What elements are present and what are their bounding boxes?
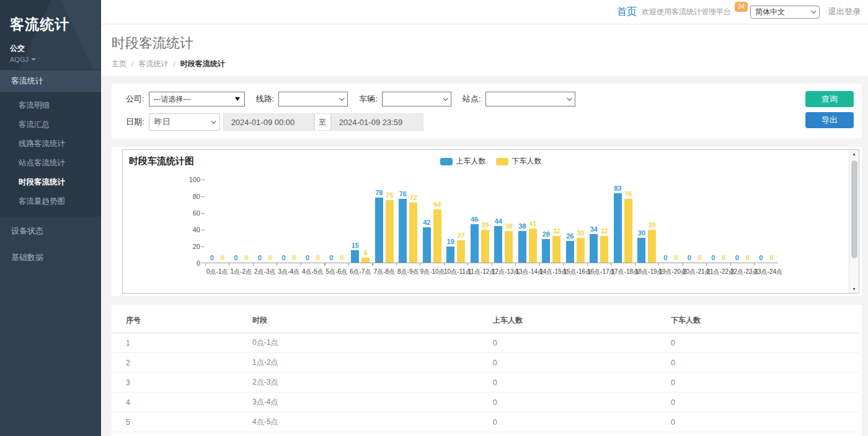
bar-column: 39 (648, 221, 656, 263)
x-axis-category-label: 11点-12点 (468, 268, 492, 276)
bar-value-label: 0 (292, 254, 296, 261)
chart-plot: 0000000000001567875767242641927463944383… (205, 180, 778, 263)
query-button[interactable]: 查询 (805, 91, 854, 107)
chevron-down-icon (31, 58, 36, 61)
data-table: 序号时段上车人数下车人数10点-1点0021点-2点0032点-3点0043点-… (112, 308, 859, 436)
date-to-input[interactable]: 2024-01-09 23:59 (331, 113, 423, 131)
bar (409, 203, 417, 263)
bar-value-label: 0 (329, 254, 333, 261)
sidebar-item[interactable]: 设备状态 (0, 219, 101, 243)
filter-buttons: 查询 导出 (805, 91, 854, 128)
sidebar-menu: 客流统计 客流明细客流汇总线路客流统计站点客流统计时段客流统计客流量趋势图 设备… (0, 69, 101, 270)
vehicle-select[interactable] (382, 92, 451, 107)
bar-value-label: 0 (210, 254, 214, 261)
bar-column: 72 (409, 194, 417, 263)
bar (446, 246, 454, 263)
bar (351, 250, 359, 263)
x-axis-category-label: 8点-9点 (396, 268, 420, 276)
x-axis-category-label: 5点-6点 (325, 268, 349, 276)
logout-link[interactable]: 退出登录 (828, 6, 861, 17)
station-select[interactable] (485, 92, 575, 107)
org-code-dropdown[interactable]: AQGJ (10, 56, 91, 63)
bar-column: 28 (542, 230, 550, 263)
bar (552, 236, 560, 263)
bar-value-label: 0 (268, 254, 272, 261)
brand-title: 客流统计 (10, 15, 91, 34)
bar-group: 2832 (539, 179, 564, 263)
page-content: 公司:---请选择---线路:车辆:站点: 日期: 昨日 2024-01-09 … (101, 76, 868, 436)
bar-value-label: 6 (364, 249, 368, 256)
chart-bars: 0000000000001567875767242641927463944383… (205, 180, 778, 263)
bar-column: 64 (433, 201, 441, 263)
y-axis-tick-mark (202, 196, 205, 197)
table-row: 10点-1点00 (112, 333, 859, 353)
sidebar-subitem[interactable]: 客流量趋势图 (0, 192, 101, 211)
scrollbar-thumb[interactable] (851, 160, 857, 258)
x-axis-category-label: 10点-11点 (444, 268, 468, 276)
sidebar-subitem[interactable]: 客流汇总 (0, 115, 101, 134)
export-button[interactable]: 导出 (805, 112, 854, 128)
company-select[interactable]: ---请选择--- (149, 92, 245, 107)
breadcrumb-item[interactable]: 客流统计 (138, 59, 168, 69)
bar-column: 0 (303, 254, 311, 263)
sidebar-subitem[interactable]: 客流明细 (0, 96, 101, 115)
bar-column: 75 (386, 191, 394, 263)
bar (457, 240, 465, 263)
sidebar-subitem[interactable]: 线路客流统计 (0, 134, 101, 154)
bar-value-label: 38 (518, 222, 526, 230)
legend-item[interactable]: 上车人数 (440, 156, 486, 167)
breadcrumb-item[interactable]: 主页 (112, 59, 126, 69)
x-axis-category-label: 21点-22点 (707, 268, 731, 276)
table-header-cell: 下车人数 (671, 308, 859, 333)
bar-column: 0 (208, 254, 216, 263)
bar-column: 0 (709, 254, 717, 263)
filter-row-date: 日期: 昨日 2024-01-09 00:00 至 2024-01-09 23:… (126, 113, 854, 131)
chart-scrollbar[interactable]: ▲ ▼ (849, 150, 859, 293)
company-label: 公司: (126, 94, 144, 105)
company-select-value: ---请选择--- (154, 94, 191, 105)
sidebar-section-passenger-stats[interactable]: 客流统计 (0, 69, 101, 93)
bar-column: 0 (743, 254, 751, 263)
sidebar-item[interactable]: 基础数据 (0, 245, 101, 270)
y-axis-tick-mark (202, 246, 205, 247)
bar-group: 4438 (492, 179, 516, 263)
language-select[interactable]: 简体中文 (750, 6, 820, 19)
sidebar-subitem[interactable]: 时段客流统计 (0, 173, 101, 192)
date-label: 日期: (126, 116, 144, 128)
scrollbar-up-arrow-icon[interactable]: ▲ (849, 152, 859, 156)
bar-column: 0 (290, 254, 298, 263)
bar (518, 231, 526, 263)
bar-group: 7672 (396, 179, 420, 263)
home-link[interactable]: 首页 (617, 6, 637, 19)
sidebar-subitem[interactable]: 站点客流统计 (0, 154, 101, 173)
y-axis-tick-label: 0 (184, 259, 200, 267)
line-select[interactable] (278, 92, 348, 107)
page-title: 时段客流统计 (112, 34, 868, 53)
bar-group: 00 (755, 179, 779, 263)
legend-label: 下车人数 (512, 156, 542, 167)
bar-value-label: 0 (234, 254, 237, 261)
org-label: 公交 (10, 43, 91, 54)
breadcrumb-separator: / (131, 60, 133, 69)
legend-swatch (496, 158, 508, 165)
bar-column: 42 (423, 219, 431, 263)
bar-column: 46 (471, 216, 479, 263)
bar-value-label: 76 (399, 190, 407, 198)
bar (494, 226, 502, 263)
x-axis-labels: 0点-1点1点-2点2点-3点3点-4点4点-5点5点-6点6点-7点7点-8点… (205, 266, 778, 276)
breadcrumb-separator: / (173, 60, 175, 69)
bar-group: 4264 (420, 179, 445, 263)
table-cell: 0 (671, 373, 859, 393)
breadcrumb: 主页/客流统计/时段客流统计 (112, 59, 868, 69)
chevron-down-icon (811, 8, 816, 13)
table-row: 32点-3点00 (112, 373, 859, 393)
date-from-input[interactable]: 2024-01-09 00:00 (223, 113, 314, 131)
chart-panel: 时段车流统计图 上车人数下车人数 00000000000015678757672… (112, 147, 862, 296)
date-preset-select[interactable]: 昨日 (149, 113, 220, 131)
bar-column: 0 (327, 254, 335, 263)
x-axis-category-label: 4点-5点 (301, 268, 325, 276)
table-cell: 1点-2点 (252, 353, 493, 373)
bar-column: 38 (518, 222, 526, 263)
legend-item[interactable]: 下车人数 (496, 156, 542, 167)
scrollbar-down-arrow-icon[interactable]: ▼ (849, 287, 859, 291)
